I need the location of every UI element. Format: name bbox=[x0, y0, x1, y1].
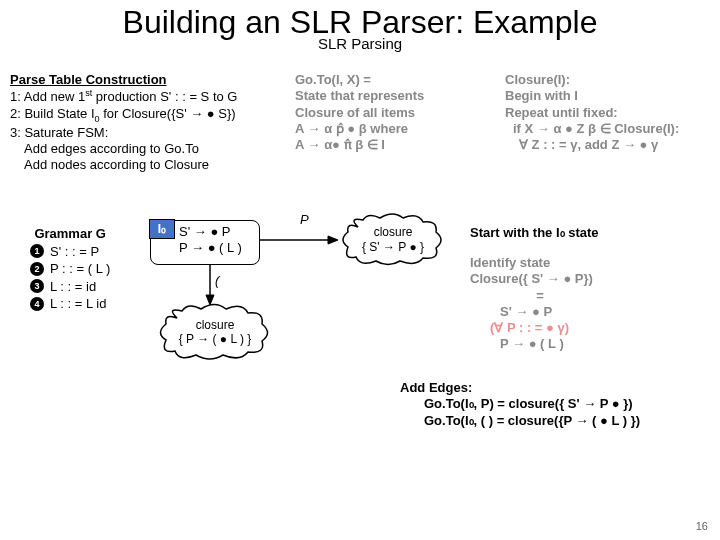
grammar-heading: Grammar G bbox=[30, 225, 110, 243]
grammar-rule-2: 2P : : = ( L ) bbox=[30, 260, 110, 278]
identify-l1: Identify state bbox=[470, 255, 610, 271]
ptc-line1: 1: Add new 1st production S' : : = S to … bbox=[10, 88, 270, 106]
ptc-line5: Add nodes according to Closure bbox=[10, 157, 270, 173]
closure-definition: Closure(I): Begin with I Repeat until fi… bbox=[505, 72, 715, 153]
goto-definition: Go.To(I, X) = State that represents Clos… bbox=[295, 72, 475, 153]
identify-l4: S' → ● P bbox=[470, 304, 610, 320]
add-edges-block: Add Edges: Go.To(I₀, P) = closure({ S' →… bbox=[400, 380, 640, 429]
grammar-g: Grammar G 1S' : : = P 2P : : = ( L ) 3L … bbox=[30, 225, 110, 313]
grammar-rule-1: 1S' : : = P bbox=[30, 243, 110, 261]
goto-l3: Closure of all items bbox=[295, 105, 475, 121]
i0-item-2: P → ● ( L ) bbox=[179, 240, 255, 256]
identify-state-block: Identify state Closure({ S' → ● P}) = S'… bbox=[470, 255, 610, 353]
cloud-right-l1: closure bbox=[362, 225, 424, 239]
goto-l5: A → α● π̂ β ∈ I bbox=[295, 137, 475, 153]
state-i0-label: I₀ bbox=[149, 219, 175, 239]
state-i0-box: I₀ S' → ● P P → ● ( L ) bbox=[150, 220, 260, 265]
ptc-heading: Parse Table Construction bbox=[10, 72, 270, 88]
closure-l3: Repeat until fixed: bbox=[505, 105, 715, 121]
edge-label-p: P bbox=[300, 212, 309, 227]
slide-subtitle: SLR Parsing bbox=[0, 35, 720, 52]
cloud-right-l2: { S' → P ● } bbox=[362, 240, 424, 254]
closure-l1: Closure(I): bbox=[505, 72, 715, 88]
ptc-line2: 2: Build State I0 for Closure({S' → ● S}… bbox=[10, 106, 270, 125]
edge-label-paren: ( bbox=[215, 273, 219, 288]
identify-l2: Closure({ S' → ● P}) bbox=[470, 271, 610, 287]
grammar-rule-3: 3L : : = id bbox=[30, 278, 110, 296]
edge-arrow-p bbox=[260, 230, 340, 250]
ptc-line3: 3: Saturate FSM: bbox=[10, 125, 270, 141]
identify-l5: (∀ P : : = ● γ) bbox=[470, 320, 610, 336]
ptc-line4: Add edges according to Go.To bbox=[10, 141, 270, 157]
goto-l4: A → α p̂ ● β where bbox=[295, 121, 475, 137]
closure-l5: ∀ Z : : = γ, add Z → ● γ bbox=[505, 137, 715, 153]
start-text: Start with the I₀ state bbox=[470, 225, 599, 240]
edges-head: Add Edges: bbox=[400, 380, 640, 396]
identify-l6: P → ● ( L ) bbox=[470, 336, 610, 352]
closure-cloud-bottom: closure { P → ( ● L ) } bbox=[155, 302, 275, 362]
grammar-rule-4: 4L : : = L id bbox=[30, 295, 110, 313]
page-number: 16 bbox=[696, 520, 708, 532]
closure-l2: Begin with I bbox=[505, 88, 715, 104]
cloud-bottom-l1: closure bbox=[179, 318, 252, 332]
edges-l2: Go.To(I₀, ( ) = closure({P → ( ● L ) }) bbox=[400, 413, 640, 429]
i0-item-1: S' → ● P bbox=[179, 224, 255, 240]
edges-l1: Go.To(I₀, P) = closure({ S' → P ● }) bbox=[400, 396, 640, 412]
goto-l2: State that represents bbox=[295, 88, 475, 104]
closure-l4: if X → α ● Z β ∈ Closure(I): bbox=[505, 121, 715, 137]
svg-marker-1 bbox=[328, 236, 338, 244]
parse-table-construction: Parse Table Construction 1: Add new 1st … bbox=[10, 72, 270, 174]
identify-l3: = bbox=[470, 288, 610, 304]
closure-cloud-right: closure { S' → P ● } bbox=[338, 212, 448, 267]
cloud-bottom-l2: { P → ( ● L ) } bbox=[179, 332, 252, 346]
goto-l1: Go.To(I, X) = bbox=[295, 72, 475, 88]
